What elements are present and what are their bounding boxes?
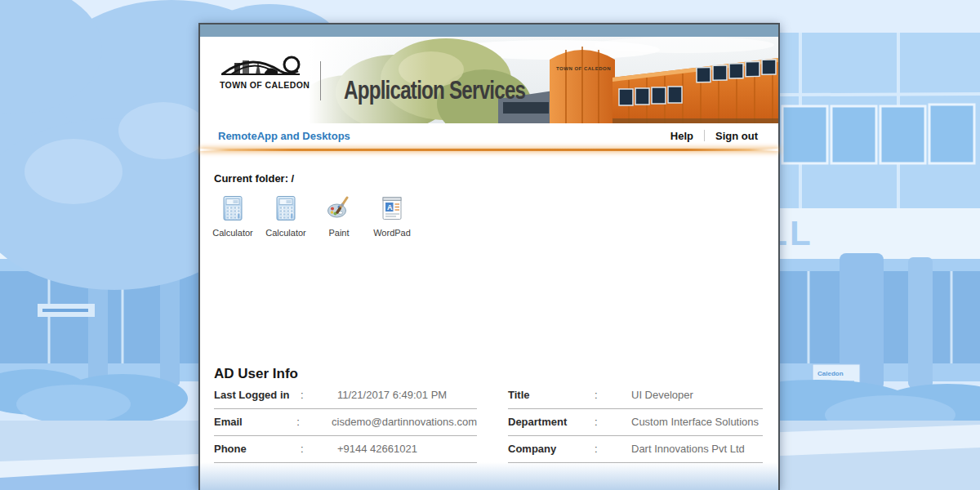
info-label: Department [508, 416, 595, 428]
info-label: Email [214, 416, 296, 428]
info-separator: : [296, 416, 332, 428]
info-value: +9144 42661021 [337, 443, 417, 455]
info-row-phone: Phone : +9144 42661021 [214, 443, 477, 463]
content-area: Current folder: / [200, 172, 778, 490]
ad-user-info-heading: AD User Info [214, 366, 763, 382]
app-calculator-2[interactable]: Calculator [263, 195, 309, 238]
page: ALL Caledon [0, 0, 980, 490]
info-value: UI Developer [631, 389, 693, 401]
background-small-sign-text: Caledon [817, 370, 844, 377]
app-label: Calculator [263, 228, 309, 238]
banner: TOWN OF CALEDON [200, 37, 778, 123]
app-label: WordPad [369, 228, 415, 238]
user-info-left-column: Last Logged in : 11/21/2017 6:49:01 PM E… [214, 389, 477, 470]
town-of-caledon-logo: TOWN OF CALEDON [220, 55, 305, 90]
info-separator: : [595, 389, 631, 401]
logo-text: TOWN OF CALEDON [220, 80, 305, 90]
app-calculator-1[interactable]: Calculator [210, 195, 256, 238]
ad-user-info-section: AD User Info Last Logged in : 11/21/2017… [200, 366, 778, 470]
svg-text:A: A [387, 203, 393, 212]
app-list: Calculator [200, 195, 778, 238]
calculator-icon [273, 195, 299, 221]
calculator-icon [220, 195, 246, 221]
info-separator: : [301, 389, 337, 401]
info-value: Dart Innovations Pvt Ltd [631, 443, 745, 455]
nav-divider [704, 130, 705, 141]
page-title: Application Services [344, 76, 525, 105]
paint-icon [326, 195, 352, 221]
info-label: Last Logged in [214, 389, 301, 401]
app-wordpad[interactable]: A WordPad [369, 195, 415, 238]
orange-rule [200, 148, 778, 153]
info-row-email: Email : cisdemo@dartinnovations.com [214, 416, 477, 436]
info-label: Phone [214, 443, 301, 455]
info-row-last-logged-in: Last Logged in : 11/21/2017 6:49:01 PM [214, 389, 477, 409]
bridge-logo-icon [220, 55, 305, 76]
app-label: Calculator [210, 228, 256, 238]
info-value: Custom Interface Solutions [631, 416, 759, 428]
info-value: 11/21/2017 6:49:01 PM [337, 389, 447, 401]
nav-bar: RemoteApp and Desktops Help Sign out [200, 123, 778, 148]
rdweb-panel: TOWN OF CALEDON [198, 23, 780, 490]
banner-building-sign: TOWN OF CALEDON [556, 66, 611, 71]
user-info-right-column: Title : UI Developer Department : Custom… [508, 389, 763, 470]
current-folder-label: Current folder: / [214, 172, 778, 185]
app-label: Paint [316, 228, 362, 238]
info-row-company: Company : Dart Innovations Pvt Ltd [508, 443, 763, 463]
wordpad-icon: A [379, 195, 405, 221]
nav-remoteapp-and-desktops[interactable]: RemoteApp and Desktops [218, 130, 350, 142]
info-separator: : [595, 443, 631, 455]
sign-out-link[interactable]: Sign out [715, 130, 758, 142]
info-row-title: Title : UI Developer [508, 389, 763, 409]
app-paint[interactable]: Paint [316, 195, 362, 238]
info-value: cisdemo@dartinnovations.com [332, 416, 477, 428]
panel-top-strip [200, 24, 778, 37]
info-separator: : [301, 443, 337, 455]
info-label: Company [508, 443, 595, 455]
logo-divider [320, 61, 321, 100]
info-row-department: Department : Custom Interface Solutions [508, 416, 763, 436]
help-link[interactable]: Help [670, 130, 693, 142]
info-label: Title [508, 389, 595, 401]
info-separator: : [595, 416, 631, 428]
